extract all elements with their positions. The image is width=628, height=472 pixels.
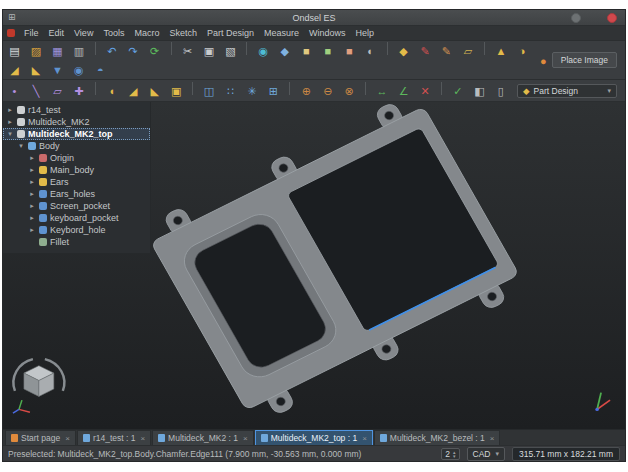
pocket-icon[interactable]: ▼ xyxy=(49,62,66,79)
tab-r14-test[interactable]: r14_test : 1 × xyxy=(77,430,151,445)
menu-item[interactable]: Macro xyxy=(129,28,164,38)
tree-item-keyboard-pocket[interactable]: ▸ keyboard_pocket xyxy=(3,212,150,224)
fit-all-icon[interactable]: ◉ xyxy=(255,43,272,60)
tree-expander-icon[interactable]: ▸ xyxy=(6,118,14,126)
tab-multideck-mk2-bezel[interactable]: Multideck_MK2_bezel : 1 × xyxy=(374,430,501,445)
tree-expander-icon[interactable]: ▸ xyxy=(28,202,36,210)
tree-item-body[interactable]: ▾ Body xyxy=(3,140,150,152)
axonometric-view-icon[interactable]: ◆ xyxy=(276,43,293,60)
tab-close-icon[interactable]: × xyxy=(362,434,367,443)
workbench-selector[interactable]: ◆ Part Design ▾ xyxy=(517,84,617,98)
ondsel-lens-icon[interactable]: ● xyxy=(535,53,552,70)
spin-down-icon[interactable]: ▾ xyxy=(453,454,456,458)
tab-close-icon[interactable]: × xyxy=(243,434,248,443)
boolean-cut-icon[interactable]: ⊖ xyxy=(319,83,336,100)
datum-line-icon[interactable]: ╲ xyxy=(27,83,44,100)
menu-item[interactable]: Part Design xyxy=(202,28,259,38)
undo-icon[interactable]: ↶ xyxy=(103,43,120,60)
open-file-icon[interactable]: ▨ xyxy=(27,43,44,60)
datum-plane-icon[interactable]: ▱ xyxy=(49,83,66,100)
tab-close-icon[interactable]: × xyxy=(140,434,145,443)
tree-item-screen-pocket[interactable]: ▸ Screen_pocket xyxy=(3,200,150,212)
datum-point-icon[interactable]: • xyxy=(6,83,23,100)
close-button[interactable] xyxy=(607,13,617,23)
tree-item-ears-holes[interactable]: ▸ Ears_holes xyxy=(3,188,150,200)
export-file-icon[interactable]: ▥ xyxy=(70,43,87,60)
tree-expander-icon[interactable]: ▸ xyxy=(6,106,14,114)
tree-expander-icon[interactable]: ▸ xyxy=(28,154,36,162)
create-body-icon[interactable]: ◆ xyxy=(395,43,412,60)
tree-expander-icon[interactable]: ▸ xyxy=(28,214,36,222)
clear-measurement-icon[interactable]: ✕ xyxy=(417,83,434,100)
draft-icon[interactable]: ◣ xyxy=(146,83,163,100)
tab-close-icon[interactable]: × xyxy=(490,434,495,443)
draw-style-icon[interactable]: ◐ xyxy=(362,43,379,60)
redo-icon[interactable]: ↷ xyxy=(125,43,142,60)
save-file-icon[interactable]: ▦ xyxy=(49,43,66,60)
coordinate-system-icon[interactable]: ✚ xyxy=(70,83,87,100)
tree-expander-icon[interactable]: ▸ xyxy=(28,190,36,198)
tree-item-keybord-hole[interactable]: ▸ Keybord_hole xyxy=(3,224,150,236)
additive-loft-icon[interactable]: ◢ xyxy=(6,62,23,79)
tree-item-multideck-mk2-top[interactable]: ▾ Multideck_MK2_top xyxy=(3,128,150,140)
chamfer-icon[interactable]: ◢ xyxy=(125,83,142,100)
tree-expander-icon[interactable]: ▸ xyxy=(28,226,36,234)
nav-style-select[interactable]: CAD ▾ xyxy=(467,447,505,461)
section-view-icon[interactable]: ◧ xyxy=(471,83,488,100)
groove-icon[interactable]: ◓ xyxy=(92,62,109,79)
menu-item[interactable]: Tools xyxy=(98,28,129,38)
menu-item[interactable]: File xyxy=(19,28,44,38)
tree-expander-icon[interactable]: ▸ xyxy=(28,178,36,186)
tab-multideck-mk2[interactable]: Multideck_MK2 : 1 × xyxy=(152,430,254,445)
polar-pattern-icon[interactable]: ✳ xyxy=(243,83,260,100)
tree-expander-icon[interactable]: ▾ xyxy=(17,142,25,150)
menu-item[interactable]: View xyxy=(69,28,98,38)
cut-icon[interactable]: ✂ xyxy=(179,43,196,60)
refresh-icon[interactable]: ⟳ xyxy=(146,43,163,60)
check-geometry-icon[interactable]: ✓ xyxy=(449,83,466,100)
map-sketch-icon[interactable]: ▱ xyxy=(459,43,476,60)
tree-item-main-body[interactable]: ▸ Main_body xyxy=(3,164,150,176)
tab-multideck-mk2-top[interactable]: Multideck_MK2_top : 1 × xyxy=(255,430,373,445)
place-image-button[interactable]: Place Image xyxy=(552,52,617,68)
status-spinbox[interactable]: 2 ▴ ▾ xyxy=(441,448,459,460)
paste-icon[interactable]: ▧ xyxy=(222,43,239,60)
copy-icon[interactable]: ▣ xyxy=(201,43,218,60)
spinbox-arrows-icon[interactable]: ▴ ▾ xyxy=(453,450,456,458)
tab-close-icon[interactable]: × xyxy=(65,434,70,443)
tab-start-page[interactable]: Start page × xyxy=(5,430,76,445)
hole-icon[interactable]: ◉ xyxy=(70,62,87,79)
menu-item[interactable]: Edit xyxy=(44,28,70,38)
tree-item-r14-test[interactable]: ▸ r14_test xyxy=(3,104,150,116)
thickness-icon[interactable]: ▣ xyxy=(168,83,185,100)
menu-item[interactable]: Sketch xyxy=(164,28,202,38)
clipping-plane-icon[interactable]: ▯ xyxy=(492,83,509,100)
measure-distance-icon[interactable]: ↔ xyxy=(374,83,391,100)
create-sketch-icon[interactable]: ✎ xyxy=(417,43,434,60)
tree-item-origin[interactable]: ▸ Origin xyxy=(3,152,150,164)
boolean-union-icon[interactable]: ⊕ xyxy=(298,83,315,100)
measure-angle-icon[interactable]: ∠ xyxy=(395,83,412,100)
right-view-icon[interactable]: ■ xyxy=(341,43,358,60)
front-view-icon[interactable]: ■ xyxy=(298,43,315,60)
multi-transform-icon[interactable]: ⊞ xyxy=(265,83,282,100)
tree-item-ears[interactable]: ▸ Ears xyxy=(3,176,150,188)
fillet-icon[interactable]: ◖ xyxy=(103,83,120,100)
mirrored-icon[interactable]: ◫ xyxy=(201,83,218,100)
top-view-icon[interactable]: ■ xyxy=(319,43,336,60)
tree-item-multideck-mk2[interactable]: ▸ Multideck_MK2 xyxy=(3,116,150,128)
new-document-icon[interactable]: ▤ xyxy=(6,43,23,60)
menu-item[interactable]: Measure xyxy=(259,28,304,38)
boolean-intersect-icon[interactable]: ⊗ xyxy=(341,83,358,100)
tree-expander-icon[interactable]: ▸ xyxy=(28,166,36,174)
minimize-button[interactable] xyxy=(571,13,581,23)
revolution-icon[interactable]: ◑ xyxy=(514,43,531,60)
tree-item-fillet[interactable]: Fillet xyxy=(3,236,150,248)
edit-sketch-icon[interactable]: ✎ xyxy=(438,43,455,60)
menu-item[interactable]: Windows xyxy=(304,28,351,38)
linear-pattern-icon[interactable]: ∷ xyxy=(222,83,239,100)
tree-expander-icon[interactable]: ▾ xyxy=(6,130,14,138)
additive-pipe-icon[interactable]: ◣ xyxy=(27,62,44,79)
menu-item[interactable]: Help xyxy=(351,28,380,38)
pad-icon[interactable]: ▲ xyxy=(492,43,509,60)
